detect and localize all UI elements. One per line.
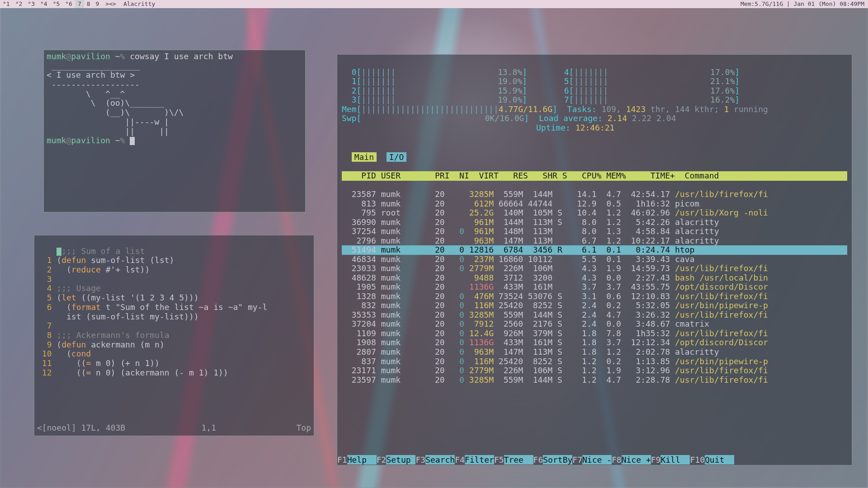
fkey-nice -[interactable]: Nice - (582, 455, 612, 465)
process-row[interactable]: 23033 mumk 20 0 2779M 226M 106M 4.3 1.9 … (342, 264, 847, 273)
fkey-nice +[interactable]: Nice + (622, 455, 651, 465)
process-row[interactable]: 35353 mumk 20 0 3285M 559M 144M S 2.4 4.… (342, 310, 847, 320)
workspace-tag-4[interactable]: °4 (38, 0, 50, 8)
terminal-cowsay[interactable]: mumk@pavilion ~% cowsay I use arch btw _… (43, 50, 306, 212)
htop-process-list[interactable]: 23587 mumk 20 3285M 559M 144M 14.1 4.7 4… (342, 190, 847, 385)
process-row[interactable]: 48628 mumk 20 9488 3712 3200 4.3 0.0 2:2… (342, 273, 847, 283)
fkey-quit[interactable]: Quit (705, 455, 734, 465)
process-row[interactable]: 2807 mumk 20 0 963M 147M 113M S 1.8 1.2 … (342, 347, 847, 357)
prompt-path: ~ (115, 52, 120, 61)
editor-status-line: <[noeol] 17L, 403B1,1Top (37, 414, 311, 433)
process-row[interactable]: 1109 mumk 20 0 12.4G 926M 379M S 1.8 7.8… (342, 329, 847, 338)
workspace-tag-9[interactable]: 9 (93, 0, 102, 8)
cowsay-output: __________________ < I use arch btw > --… (47, 61, 184, 136)
process-row[interactable]: 23587 mumk 20 3285M 559M 144M 14.1 4.7 4… (342, 190, 847, 199)
process-row[interactable]: 36990 mumk 20 961M 144M 113M S 8.0 1.2 5… (342, 218, 847, 227)
layout-symbol[interactable]: ><> (102, 0, 119, 8)
process-row[interactable]: 37204 mumk 20 0 7912 2560 2176 S 2.4 0.0… (342, 319, 847, 329)
cursor (130, 137, 135, 145)
workspace-tag-3[interactable]: °3 (25, 0, 38, 8)
fkey-tree[interactable]: Tree (504, 455, 533, 465)
mem-indicator: Mem:5.7G/11G (741, 0, 783, 7)
workspace-tag-2[interactable]: °2 (13, 0, 25, 8)
fkey-kill[interactable]: Kill (660, 455, 690, 465)
process-row[interactable]: 23171 mumk 20 0 2779M 226M 106M S 1.2 1.… (342, 366, 847, 375)
process-row[interactable]: 837 mumk 20 0 116M 25420 8252 S 1.2 0.2 … (342, 357, 847, 366)
process-row[interactable]: 23597 mumk 20 0 3285M 559M 144M S 1.2 4.… (342, 375, 847, 385)
fkey-help[interactable]: Help (347, 455, 377, 465)
process-row[interactable]: 1908 mumk 20 0 1136G 433M 161M S 1.8 3.7… (342, 338, 847, 347)
workspace-tag-8[interactable]: 8 (84, 0, 93, 8)
window-title: Alacritty (120, 0, 155, 8)
workspace-tag-7[interactable]: 7 (75, 0, 84, 8)
process-row[interactable]: 813 mumk 20 612M 66664 44744 12.9 0.5 1h… (342, 199, 847, 209)
htop-header[interactable]: PID USER PRI NI VIRT RES SHR S CPU% MEM%… (342, 171, 847, 181)
tab-io[interactable]: I/O (387, 152, 407, 162)
htop-footer[interactable]: F1Help F2Setup F3SearchF4FilterF5Tree F6… (337, 455, 852, 465)
process-row[interactable]: 832 mumk 20 0 116M 25420 8252 S 2.4 0.2 … (342, 301, 847, 310)
workspace-tag-6[interactable]: °6 (62, 0, 75, 8)
process-row[interactable]: 37254 mumk 20 0 961M 148M 113M 8.0 1.3 4… (342, 227, 847, 236)
prompt-host: pavilion (71, 52, 110, 61)
htop-meters: 0[|||||||13.8%] 4[|||||||17.0%] 1[||||||… (342, 68, 847, 133)
tab-main[interactable]: Main (352, 152, 377, 162)
fkey-setup[interactable]: Setup (386, 455, 415, 465)
process-row[interactable]: 1905 mumk 20 1136G 433M 161M 3.7 3.7 43:… (342, 282, 847, 292)
process-row[interactable]: 2796 mumk 20 963M 147M 113M 6.7 1.2 10:2… (342, 236, 847, 246)
terminal-htop[interactable]: 0[|||||||13.8%] 4[|||||||17.0%] 1[||||||… (337, 54, 852, 465)
clock: Jan 01 (Mon) 08:49PM (793, 0, 864, 7)
workspace-tag-5[interactable]: °5 (50, 0, 63, 8)
process-row[interactable]: 1328 mumk 20 0 476M 73524 53076 S 3.1 0.… (342, 292, 847, 301)
process-row[interactable]: 51494 mumk 20 0 12816 6784 3456 R 6.1 0.… (342, 245, 847, 255)
terminal-editor[interactable]: ;;; Sum of a list 1 (defun sum-of-list (… (34, 235, 314, 436)
status-right: Mem:5.7G/11G | Jan 01 (Mon) 08:49PM (741, 0, 868, 8)
workspace-tag-1[interactable]: °1 (0, 0, 13, 8)
process-row[interactable]: 46834 mumk 20 0 237M 16860 10112 5.5 0.1… (342, 255, 847, 264)
fkey-sortby[interactable]: SortBy (543, 455, 572, 465)
editor-cursor (57, 248, 61, 256)
fkey-search[interactable]: Search (425, 455, 455, 465)
editor-content: ;;; Sum of a list 1 (defun sum-of-list (… (37, 247, 311, 378)
process-row[interactable]: 795 root 20 25.2G 140M 105M S 10.4 1.2 4… (342, 208, 847, 218)
status-bar: °1°2°3°4°5°6789 ><> Alacritty Mem:5.7G/1… (0, 0, 868, 8)
prompt-user: mumk (47, 52, 66, 61)
fkey-filter[interactable]: Filter (465, 455, 494, 465)
command-input: cowsay I use arch btw (130, 52, 233, 61)
